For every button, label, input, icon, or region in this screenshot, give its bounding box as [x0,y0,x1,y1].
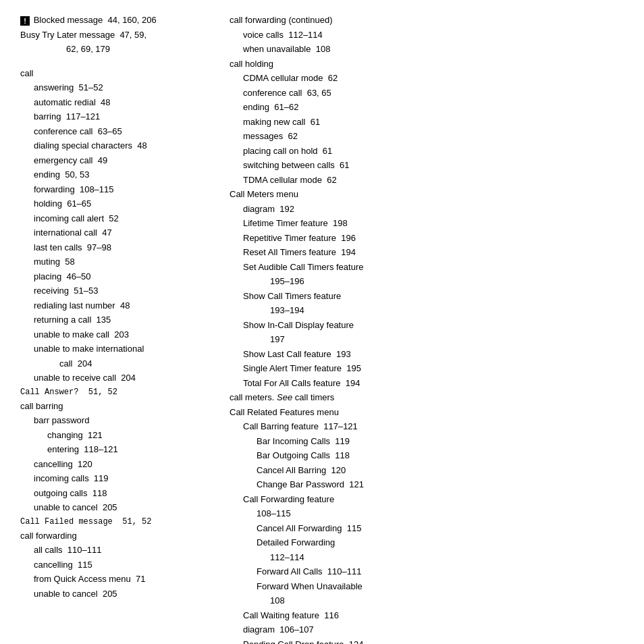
call-entry: call [20,67,209,80]
cf-voice-calls: voice calls 112–114 [230,28,624,42]
ch-messages: messages 62 [230,130,624,143]
call-incoming-alert: incoming call alert 52 [20,212,209,225]
cm-repetitive-timer: Repetitive Timer feature 196 [230,232,624,245]
call-redialing: redialing last number 48 [20,299,209,313]
cm-lifetime-timer: Lifetime Timer feature 198 [230,217,624,230]
call-unable-make: unable to make call 203 [20,328,209,342]
crf-call-waiting: Call Waiting feature 116 [230,609,624,622]
crf-diagram: diagram 106–107 [230,623,624,637]
cm-show-in-call: Show In-Call Display feature [230,319,624,332]
busy-try-later-entry: Busy Try Later message 47, 59, [20,28,209,42]
call-holding: holding 61–65 [20,197,209,211]
crf-forward-unavailable-pages: 108 [230,594,624,608]
call-barring-outgoing: outgoing calls 118 [20,487,209,500]
call-automatic-redial: automatic redial 48 [20,96,209,109]
call-meters-see: call meters. See call timers [230,391,624,404]
blocked-icon: ! [20,16,30,26]
call-barring-password: barr password [20,414,209,427]
ch-conference: conference call 63, 65 [230,86,624,100]
call-returning: returning a call 135 [20,313,209,327]
left-column: ! Blocked message 44, 160, 206 Busy Try … [20,14,209,601]
crf-detailed-forwarding: Detailed Forwarding [230,536,624,549]
ch-ending: ending 61–62 [230,101,624,114]
cm-total-for-all: Total For All Calls feature 194 [230,377,624,390]
crf-call-forwarding-pages: 108–115 [230,507,624,520]
cm-show-call-timers: Show Call Timers feature [230,290,624,303]
crf-call-barring: Call Barring feature 117–121 [230,420,624,433]
crf-forward-all-calls: Forward All Calls 110–111 [230,565,624,579]
cm-reset-all-timers: Reset All Timers feature 194 [230,246,624,259]
call-barring-incoming: incoming calls 119 [20,472,209,485]
call-barring-cancelling: cancelling 120 [20,458,209,471]
cm-show-call-timers-pages: 193–194 [230,304,624,317]
call-dialing-special: dialing special characters 48 [20,139,209,153]
cm-single-alert: Single Alert Timer feature 195 [230,362,624,375]
call-international: international call 47 [20,226,209,240]
call-ending: ending 50, 53 [20,168,209,182]
ch-making-new-call: making new call 61 [230,115,624,129]
ch-cdma: CDMA cellular mode 62 [230,72,624,85]
busy-try-later-text: Busy Try Later message 47, 59, [20,30,146,40]
cf-continued-entry: call forwarding (continued) [230,14,624,27]
call-answering: answering 51–52 [20,81,209,95]
ch-switching: switching between calls 61 [230,159,624,172]
call-answer-entry: Call Answer? 51, 52 [20,386,209,398]
right-column: call forwarding (continued) voice calls … [230,14,624,644]
crf-pending-call-drop: Pending Call Drop feature 124 [230,638,624,645]
call-placing: placing 46–50 [20,270,209,284]
page-content: ! Blocked message 44, 160, 206 Busy Try … [20,14,624,644]
call-forwarding: forwarding 108–115 [20,183,209,196]
blocked-message-entry: ! Blocked message 44, 160, 206 [20,14,209,27]
call-meters-menu: Call Meters menu [230,188,624,201]
cm-show-last-call: Show Last Call feature 193 [230,348,624,361]
cm-set-audible: Set Audible Call Timers feature [230,261,624,274]
cm-diagram: diagram 192 [230,203,624,216]
call-barring-password-changing: changing 121 [20,429,209,442]
call-holding-main: call holding [230,57,624,71]
cf-when-unavailable: when unavailable 108 [230,43,624,56]
crf-forward-when-unavailable: Forward When Unavailable [230,580,624,593]
call-forwarding-main: call forwarding [20,529,209,543]
crf-detailed-forwarding-pages: 112–114 [230,551,624,564]
crf-bar-incoming: Bar Incoming Calls 119 [230,435,624,448]
call-unable-make-intl: unable to make international [20,342,209,356]
call-barring-main: call barring [20,400,209,413]
blocked-message-text: Blocked message 44, 160, 206 [34,15,157,25]
crf-bar-outgoing: Bar Outgoing Calls 118 [230,449,624,462]
call-last-ten: last ten calls 97–98 [20,241,209,254]
crf-cancel-all-forwarding: Cancel All Forwarding 115 [230,522,624,535]
call-related-features: Call Related Features menu [230,406,624,419]
crf-cancel-all-barring: Cancel All Barring 120 [230,464,624,477]
call-receiving: receiving 51–53 [20,284,209,298]
call-forwarding-unable: unable to cancel 205 [20,587,209,601]
call-forwarding-all: all calls 110–111 [20,543,209,557]
call-forwarding-cancelling: cancelling 115 [20,558,209,572]
call-conference: conference call 63–65 [20,125,209,138]
busy-try-later-pages: 62, 69, 179 [20,43,209,56]
call-barring: barring 117–121 [20,110,209,124]
crf-change-bar-password: Change Bar Password 121 [230,478,624,491]
call-barring-password-entering: entering 118–121 [20,443,209,456]
cm-show-in-call-pages: 197 [230,333,624,346]
cm-set-audible-pages: 195–196 [230,275,624,288]
ch-tdma: TDMA cellular mode 62 [230,173,624,187]
call-forwarding-quick-access: from Quick Access menu 71 [20,572,209,586]
call-emergency: emergency call 49 [20,154,209,167]
ch-placing-on-hold: placing call on hold 61 [230,144,624,158]
call-unable-receive: unable to receive call 204 [20,371,209,385]
call-muting: muting 58 [20,255,209,269]
call-barring-unable: unable to cancel 205 [20,501,209,514]
call-failed-entry: Call Failed message 51, 52 [20,516,209,528]
call-unable-make-intl-pages: call 204 [20,357,209,371]
crf-call-forwarding: Call Forwarding feature [230,493,624,506]
